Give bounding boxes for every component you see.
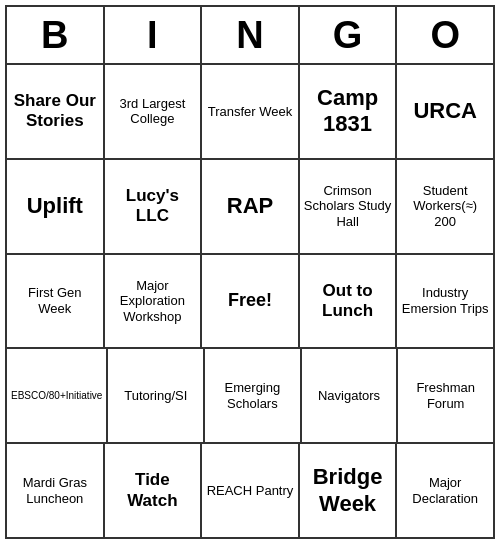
bingo-cell: Share Our Stories bbox=[7, 65, 105, 158]
bingo-cell: URCA bbox=[397, 65, 493, 158]
bingo-cell: REACH Pantry bbox=[202, 444, 300, 537]
bingo-cell: Uplift bbox=[7, 160, 105, 253]
bingo-cell: Major Declaration bbox=[397, 444, 493, 537]
bingo-cell: Emerging Scholars bbox=[205, 349, 302, 442]
bingo-cell: Student Workers(≈) 200 bbox=[397, 160, 493, 253]
bingo-cell: Major Exploration Workshop bbox=[105, 255, 203, 348]
bingo-cell: Tide Watch bbox=[105, 444, 203, 537]
bingo-row: First Gen WeekMajor Exploration Workshop… bbox=[7, 255, 493, 350]
bingo-cell: Out to Lunch bbox=[300, 255, 398, 348]
bingo-cell: RAP bbox=[202, 160, 300, 253]
bingo-card: BINGO Share Our Stories3rd Largest Colle… bbox=[5, 5, 495, 539]
header-letter: G bbox=[300, 7, 398, 63]
bingo-cell: Mardi Gras Luncheon bbox=[7, 444, 105, 537]
bingo-row: UpliftLucy's LLCRAPCrimson Scholars Stud… bbox=[7, 160, 493, 255]
bingo-cell: Freshman Forum bbox=[398, 349, 493, 442]
bingo-cell: Crimson Scholars Study Hall bbox=[300, 160, 398, 253]
bingo-cell: Navigators bbox=[302, 349, 399, 442]
bingo-cell: Bridge Week bbox=[300, 444, 398, 537]
header-letter: N bbox=[202, 7, 300, 63]
bingo-cell: Free! bbox=[202, 255, 300, 348]
bingo-row: Mardi Gras LuncheonTide WatchREACH Pantr… bbox=[7, 444, 493, 537]
bingo-cell: 3rd Largest College bbox=[105, 65, 203, 158]
header-letter: B bbox=[7, 7, 105, 63]
bingo-cell: Tutoring/SI bbox=[108, 349, 205, 442]
bingo-row: Share Our Stories3rd Largest CollegeTran… bbox=[7, 65, 493, 160]
bingo-cell: EBSCO/80+Initiative bbox=[7, 349, 108, 442]
header-letter: I bbox=[105, 7, 203, 63]
bingo-cell: Camp 1831 bbox=[300, 65, 398, 158]
bingo-row: EBSCO/80+InitiativeTutoring/SIEmerging S… bbox=[7, 349, 493, 444]
bingo-header: BINGO bbox=[7, 7, 493, 65]
bingo-cell: First Gen Week bbox=[7, 255, 105, 348]
bingo-cell: Transfer Week bbox=[202, 65, 300, 158]
header-letter: O bbox=[397, 7, 493, 63]
bingo-cell: Industry Emersion Trips bbox=[397, 255, 493, 348]
bingo-cell: Lucy's LLC bbox=[105, 160, 203, 253]
bingo-grid: Share Our Stories3rd Largest CollegeTran… bbox=[7, 65, 493, 537]
